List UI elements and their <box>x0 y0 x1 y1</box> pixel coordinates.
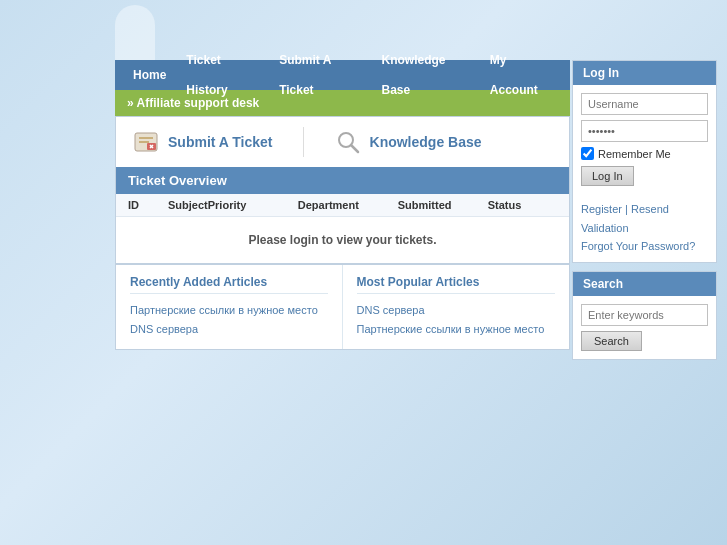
action-divider <box>303 127 304 157</box>
nav-my-account[interactable]: My Account <box>480 45 562 105</box>
knowledge-base-label: Knowledge Base <box>370 134 482 150</box>
nav-submit-ticket[interactable]: Submit A Ticket <box>269 45 371 105</box>
recent-article-1[interactable]: DNS сервера <box>130 321 328 338</box>
quick-actions: Submit A Ticket Knowledge Base <box>116 117 569 167</box>
search-input[interactable] <box>581 304 708 326</box>
svg-line-7 <box>351 145 358 152</box>
remember-me-checkbox[interactable] <box>581 147 594 160</box>
register-link[interactable]: Register <box>581 203 622 215</box>
content-area: Submit A Ticket Knowledge Base Ticket Ov… <box>115 116 570 350</box>
col-subject: Subject <box>168 199 208 211</box>
login-panel-links: Register | Resend Validation Forgot Your… <box>573 194 716 262</box>
login-panel-body: Remember Me Log In <box>573 85 716 194</box>
col-status: Status <box>488 199 558 211</box>
search-panel: Search Search <box>572 271 717 360</box>
login-panel: Log In Remember Me Log In Register | Res… <box>572 60 717 263</box>
popular-article-0[interactable]: DNS сервера <box>357 302 556 319</box>
nav-home[interactable]: Home <box>123 60 176 90</box>
nav-bar: Home Ticket History Submit A Ticket Know… <box>115 60 570 90</box>
remember-me-row: Remember Me <box>581 147 708 160</box>
recently-added-title: Recently Added Articles <box>130 275 328 294</box>
breadcrumb-link[interactable]: » Affiliate support desk <box>127 96 259 110</box>
recently-added-col: Recently Added Articles Партнерские ссыл… <box>116 265 343 349</box>
knowledge-base-icon <box>334 128 362 156</box>
link-separator: | <box>625 203 628 215</box>
articles-section: Recently Added Articles Партнерские ссыл… <box>116 263 569 349</box>
submit-ticket-action[interactable]: Submit A Ticket <box>132 128 273 156</box>
ticket-overview-header: Ticket Overview <box>116 167 569 194</box>
remember-me-label: Remember Me <box>598 148 671 160</box>
right-panel: Log In Remember Me Log In Register | Res… <box>572 60 717 368</box>
most-popular-col: Most Popular Articles DNS сервера Партне… <box>343 265 570 349</box>
password-input[interactable] <box>581 120 708 142</box>
search-panel-header: Search <box>573 272 716 296</box>
knowledge-base-action[interactable]: Knowledge Base <box>334 128 482 156</box>
submit-ticket-icon <box>132 128 160 156</box>
login-panel-header: Log In <box>573 61 716 85</box>
recent-article-0[interactable]: Партнерские ссылки в нужное место <box>130 302 328 319</box>
forgot-password-link[interactable]: Forgot Your Password? <box>581 240 695 252</box>
popular-article-1[interactable]: Партнерские ссылки в нужное место <box>357 321 556 338</box>
empty-tickets-message: Please login to view your tickets. <box>116 217 569 263</box>
search-panel-body: Search <box>573 296 716 359</box>
col-submitted: Submitted <box>398 199 488 211</box>
submit-ticket-label: Submit A Ticket <box>168 134 273 150</box>
col-department: Department <box>298 199 398 211</box>
col-priority: Priority <box>208 199 298 211</box>
login-button[interactable]: Log In <box>581 166 634 186</box>
username-input[interactable] <box>581 93 708 115</box>
most-popular-title: Most Popular Articles <box>357 275 556 294</box>
nav-knowledge-base[interactable]: Knowledge Base <box>372 45 480 105</box>
search-button[interactable]: Search <box>581 331 642 351</box>
ticket-table-header: ID Subject Priority Department Submitted… <box>116 194 569 217</box>
col-id: ID <box>128 199 168 211</box>
